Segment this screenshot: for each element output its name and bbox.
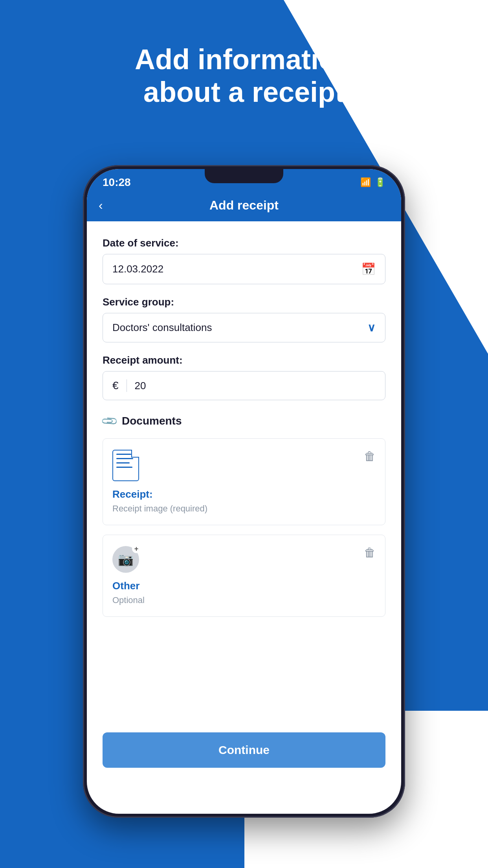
nav-title: Add receipt bbox=[209, 198, 279, 213]
other-delete-button[interactable]: 🗑 bbox=[364, 546, 376, 559]
form-content: Date of service: 12.03.2022 📅 Service gr… bbox=[87, 221, 401, 725]
doc-line-3 bbox=[116, 462, 130, 463]
receipt-amount-label: Receipt amount: bbox=[103, 354, 385, 366]
wifi-icon: 📶 bbox=[360, 177, 371, 188]
service-group-label: Service group: bbox=[103, 296, 385, 308]
phone-inner: 10:28 📶 🔋 ‹ Add receipt Date of service:… bbox=[87, 169, 401, 814]
date-label: Date of service: bbox=[103, 237, 385, 249]
nav-bar: ‹ Add receipt bbox=[87, 193, 401, 221]
continue-button[interactable]: Continue bbox=[103, 732, 385, 768]
documents-label: Documents bbox=[122, 415, 182, 427]
doc-line-4 bbox=[116, 467, 132, 468]
chevron-down-icon: ∨ bbox=[367, 321, 376, 334]
other-icon-row: 📷 + 🗑 bbox=[112, 546, 376, 573]
calendar-icon[interactable]: 📅 bbox=[361, 262, 376, 276]
receipt-delete-button[interactable]: 🗑 bbox=[364, 450, 376, 463]
currency-symbol: € bbox=[112, 379, 127, 392]
notch bbox=[205, 169, 283, 183]
back-button[interactable]: ‹ bbox=[99, 198, 103, 213]
amount-value: 20 bbox=[135, 380, 146, 392]
doc-line-2 bbox=[116, 458, 133, 459]
phone-frame: 10:28 📶 🔋 ‹ Add receipt Date of service:… bbox=[83, 165, 405, 818]
other-document-card[interactable]: 📷 + 🗑 Other Optional bbox=[103, 535, 385, 617]
add-icon: + bbox=[132, 544, 141, 553]
camera-add-icon[interactable]: 📷 + bbox=[112, 546, 139, 573]
documents-header: 📎 Documents bbox=[103, 414, 385, 427]
form-scroll[interactable]: Date of service: 12.03.2022 📅 Service gr… bbox=[87, 221, 401, 803]
date-value: 12.03.2022 bbox=[112, 263, 361, 275]
continue-button-wrapper: Continue bbox=[87, 725, 401, 783]
receipt-type-label: Receipt: bbox=[112, 488, 376, 500]
status-time: 10:28 bbox=[103, 176, 131, 189]
other-type-label: Other bbox=[112, 580, 376, 592]
receipt-file-icon bbox=[112, 450, 139, 481]
service-group-value: Doctors' consultations bbox=[112, 322, 212, 334]
page-title: Add information about a receipt bbox=[0, 43, 488, 108]
receipt-description: Receipt image (required) bbox=[112, 504, 376, 514]
paperclip-icon: 📎 bbox=[100, 411, 119, 430]
status-icons: 📶 🔋 bbox=[360, 177, 385, 188]
service-group-dropdown[interactable]: Doctors' consultations ∨ bbox=[103, 313, 385, 342]
page-title-line2: about a receipt bbox=[143, 76, 345, 108]
other-description: Optional bbox=[112, 595, 376, 605]
doc-line-1 bbox=[116, 454, 131, 455]
camera-icon: 📷 bbox=[118, 552, 134, 567]
page-title-line1: Add information bbox=[135, 44, 353, 75]
receipt-amount-field[interactable]: € 20 bbox=[103, 371, 385, 400]
battery-icon: 🔋 bbox=[375, 177, 385, 188]
receipt-document-card[interactable]: 🗑 Receipt: Receipt image (required) bbox=[103, 438, 385, 525]
receipt-icon-row: 🗑 bbox=[112, 450, 376, 481]
date-field[interactable]: 12.03.2022 📅 bbox=[103, 254, 385, 284]
